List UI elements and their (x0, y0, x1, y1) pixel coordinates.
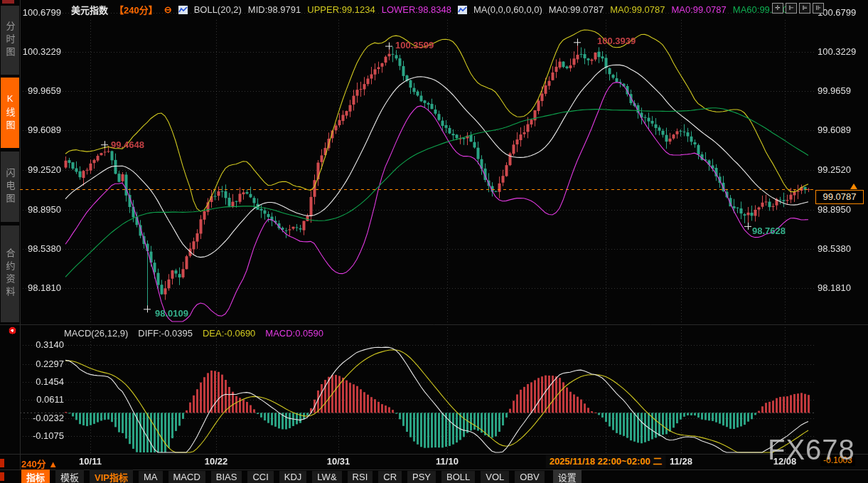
toolbar-button-psy[interactable]: PSY (407, 471, 436, 483)
period-label: 【240分】 (114, 3, 158, 16)
y-axis-label-right: 99.9659 (818, 85, 866, 97)
y-axis-label-right: 98.1810 (818, 282, 866, 294)
y-axis-label-right: 98.8950 (818, 204, 866, 216)
x-axis-label: 11/10 (436, 456, 459, 467)
x-axis-label: 10/11 (79, 456, 102, 467)
sidebar-top-marker (2, 0, 14, 4)
ma0-value-2: MA0:99.0787 (610, 4, 665, 15)
bottom-toolbar: 指标模板VIP指标MAMACDBIASCCIKDJLW&RSICRPSYBOLL… (21, 470, 868, 483)
trading-terminal-window: 分时图K线图闪电图合约资料 美元指数 【240分】 ⊖ BOLL(20,2) M… (0, 0, 868, 483)
macd-axis-label: 0.2297 (17, 359, 64, 370)
toolbar-button-bias[interactable]: BIAS (211, 471, 242, 483)
toolbar-tab-indicators[interactable]: 指标 (21, 469, 50, 483)
toolbar-button-boll[interactable]: BOLL (441, 471, 475, 483)
macd-axis-label: -0.1075 (17, 430, 64, 442)
macd-dea-value: DEA:-0.0690 (203, 328, 255, 339)
toolbar-button-settings[interactable]: 设置 (553, 469, 582, 483)
y-axis-label-left: 100.6799 (20, 7, 61, 18)
macd-panel-marker-icon (9, 327, 16, 334)
toolbar-button-obv[interactable]: OBV (515, 471, 544, 483)
ma-label: MA(0,0,0,60,0,0) (473, 4, 542, 15)
x-axis-label: 10/22 (205, 456, 228, 467)
toolbar-button-vol[interactable]: VOL (481, 471, 509, 483)
sidebar-item-contract-info[interactable]: 合约资料 (1, 225, 19, 322)
period-expand-icon: ▲ (48, 459, 58, 469)
toolbar-button-kdj[interactable]: KDJ (279, 471, 307, 483)
y-axis-label-right: 100.3229 (818, 46, 866, 58)
toolbar-button-ma[interactable]: MA (139, 471, 163, 483)
y-axis-label-right: 98.5380 (818, 243, 866, 255)
boll-lower-value: LOWER:98.8348 (382, 4, 451, 15)
macd-axis-label: 0.1454 (17, 376, 64, 388)
left-edge-marker-1 (0, 459, 4, 467)
price-up-arrow-icon (850, 184, 857, 189)
ma0-value-3: MA0:99.0787 (671, 4, 726, 15)
toolbar-button-cr[interactable]: CR (378, 471, 402, 483)
x-axis-label: 10/31 (327, 456, 350, 467)
y-axis-label-left: 99.6089 (20, 124, 61, 136)
macd-axis-label: 0.0611 (17, 394, 64, 405)
y-axis-label-left: 98.5380 (20, 243, 61, 255)
chart-layout-icons: ✛⊩⊫⊪ (772, 3, 824, 14)
y-axis-label-right: 100.6799 (818, 7, 866, 18)
crosshair-icon[interactable]: ✛ (772, 3, 783, 14)
ma0-value-1: MA0:99.0787 (549, 4, 604, 15)
x-axis-label: 11/28 (670, 456, 692, 467)
macd-axis-label: -0.0232 (17, 413, 64, 424)
crosshair-datetime-label: 2025/11/18 22:00~02:00 二 (546, 455, 666, 468)
y-axis-label-right: 99.2520 (818, 164, 866, 176)
macd-axis-label: 0.3140 (17, 339, 64, 351)
indicator-header: 美元指数 【240分】 ⊖ BOLL(20,2) MID:98.9791 UPP… (71, 3, 793, 16)
mini-chart-icon[interactable] (458, 6, 467, 14)
toolbar-button-cci[interactable]: CCI (247, 471, 273, 483)
toolbar-button-macd[interactable]: MACD (168, 471, 205, 483)
macd-macd-value: MACD:0.0590 (265, 328, 323, 339)
y-axis-label-left: 100.3229 (20, 46, 61, 58)
annotation-swing-low-dec: 98.7628 (752, 225, 786, 236)
sidebar-item-kline-chart[interactable]: K线图 (1, 78, 19, 148)
boll-mid-value: MID:98.9791 (248, 4, 301, 15)
macd-diff-value: DIFF:-0.0395 (138, 328, 193, 339)
mini-chart-icon[interactable] (178, 6, 188, 14)
sidebar-item-flash-chart[interactable]: 闪电图 (1, 152, 19, 222)
macd-title: MACD(26,12,9) (64, 328, 128, 339)
toolbar-tab-templates[interactable]: 模板 (55, 469, 84, 483)
price-chart-canvas[interactable] (0, 0, 868, 483)
pane-layout-icon[interactable]: ⊩ (786, 3, 797, 14)
toolbar-tab-vip-indicators[interactable]: VIP指标 (90, 469, 133, 483)
boll-upper-value: UPPER:99.1234 (307, 4, 375, 15)
annotation-swing-high-1031: 100.3599 (395, 40, 434, 51)
boll-label: BOLL(20,2) (194, 4, 242, 15)
symbol-name: 美元指数 (71, 3, 108, 16)
y-axis-label-left: 99.2520 (20, 164, 61, 176)
period-selector[interactable]: 240分 ▲ (21, 457, 58, 470)
annotation-swing-high-oct: 99.4648 (111, 139, 144, 150)
current-price-tag: 99.0787 (815, 190, 864, 204)
sidebar-item-time-chart[interactable]: 分时图 (1, 6, 19, 75)
y-axis-label-left: 98.1810 (20, 282, 61, 294)
minus-circle-icon[interactable]: ⊖ (164, 4, 172, 15)
left-edge-marker-2 (0, 472, 4, 481)
toolbar-button-lw[interactable]: LW& (312, 471, 341, 483)
toolbar-button-rsi[interactable]: RSI (348, 471, 373, 483)
pane-chart-icon[interactable]: ⊫ (799, 3, 810, 14)
y-axis-label-left: 99.9659 (20, 85, 61, 97)
macd-header: MACD(26,12,9) DIFF:-0.0395 DEA:-0.0690 M… (64, 328, 323, 339)
pane-export-icon[interactable]: ⊪ (813, 3, 824, 14)
y-axis-label-left: 98.8950 (20, 204, 61, 216)
y-axis-label-right: 99.6089 (818, 124, 866, 136)
annotation-swing-high-1118: 100.3939 (597, 36, 636, 46)
annotation-swing-low-oct: 98.0109 (155, 308, 188, 319)
watermark: FX678 (768, 434, 855, 466)
